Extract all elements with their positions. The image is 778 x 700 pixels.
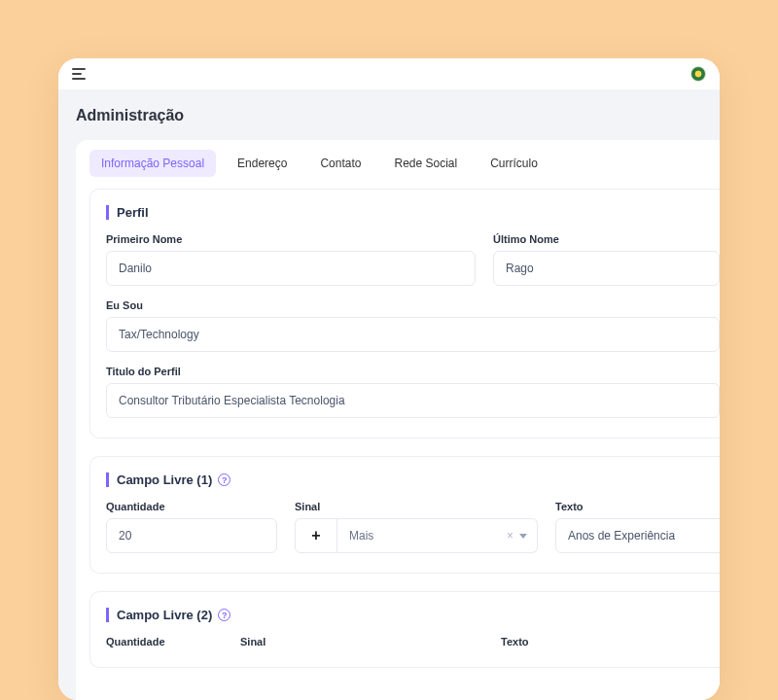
tab-curriculo[interactable]: Currículo (478, 150, 549, 177)
panel-title-campo-livre-1: Campo Livre (1) ? (106, 472, 720, 487)
panel-title-perfil: Perfil (106, 205, 720, 220)
panel-area: Perfil Primeiro Nome Último Nome (76, 189, 720, 668)
sinal-plus-button[interactable]: + (295, 518, 337, 553)
titulo-perfil-label: Titulo do Perfil (106, 366, 720, 377)
texto-label: Texto (501, 636, 720, 648)
field-texto-2: Texto (501, 636, 720, 648)
panel-campo-livre-1: Campo Livre (1) ? Quantidade Sinal + (89, 456, 720, 574)
quantidade-label: Quantidade (106, 501, 277, 512)
texto-input[interactable] (555, 518, 720, 553)
first-name-input[interactable] (106, 251, 476, 286)
field-quantidade-2: Quantidade (106, 636, 223, 648)
panel-perfil: Perfil Primeiro Nome Último Nome (89, 189, 720, 438)
menu-icon[interactable] (72, 66, 88, 82)
field-texto-1: Texto (555, 501, 720, 553)
panel-title-text: Campo Livre (2) (117, 608, 212, 622)
sinal-select[interactable]: Mais × (337, 518, 538, 553)
quantidade-label: Quantidade (106, 636, 223, 648)
help-icon[interactable]: ? (218, 473, 230, 486)
texto-label: Texto (555, 501, 720, 512)
last-name-input[interactable] (493, 251, 720, 286)
field-quantidade-1: Quantidade (106, 501, 277, 553)
tab-rede-social[interactable]: Rede Social (382, 150, 469, 177)
app-window: Administração Informação Pessoal Endereç… (58, 58, 720, 700)
locale-flag-icon[interactable] (690, 66, 706, 82)
last-name-label: Último Nome (493, 233, 720, 245)
tab-endereco[interactable]: Endereço (226, 150, 299, 177)
sinal-label: Sinal (295, 501, 538, 512)
sinal-label: Sinal (240, 636, 483, 648)
sinal-selected-value: Mais (349, 529, 373, 542)
help-icon[interactable]: ? (218, 609, 230, 621)
clear-icon[interactable]: × (507, 529, 513, 542)
tab-bar: Informação Pessoal Endereço Contato Rede… (76, 140, 720, 189)
tab-informacao-pessoal[interactable]: Informação Pessoal (89, 150, 216, 177)
field-titulo-perfil: Titulo do Perfil (106, 366, 720, 418)
panel-title-text: Campo Livre (1) (117, 472, 212, 487)
field-eu-sou: Eu Sou (106, 299, 720, 352)
eu-sou-label: Eu Sou (106, 299, 720, 311)
first-name-label: Primeiro Nome (106, 233, 476, 245)
chevron-down-icon (519, 534, 527, 539)
field-sinal-1: Sinal + Mais × (295, 501, 538, 553)
titulo-perfil-input[interactable] (106, 383, 720, 418)
content-area: Informação Pessoal Endereço Contato Rede… (58, 140, 720, 700)
page-header: Administração (58, 89, 720, 140)
sinal-group: + Mais × (295, 518, 538, 553)
content-card: Informação Pessoal Endereço Contato Rede… (76, 140, 720, 700)
panel-title-text: Perfil (117, 205, 149, 220)
field-last-name: Último Nome (493, 233, 720, 286)
sinal-select-actions: × (507, 529, 527, 542)
page-title: Administração (76, 107, 702, 124)
field-sinal-2: Sinal (240, 636, 483, 648)
eu-sou-input[interactable] (106, 317, 720, 352)
panel-title-campo-livre-2: Campo Livre (2) ? (106, 608, 720, 622)
topbar (58, 58, 720, 89)
quantidade-input[interactable] (106, 518, 277, 553)
panel-campo-livre-2: Campo Livre (2) ? Quantidade Sinal Texto (89, 591, 720, 668)
field-first-name: Primeiro Nome (106, 233, 476, 286)
tab-contato[interactable]: Contato (308, 150, 372, 177)
